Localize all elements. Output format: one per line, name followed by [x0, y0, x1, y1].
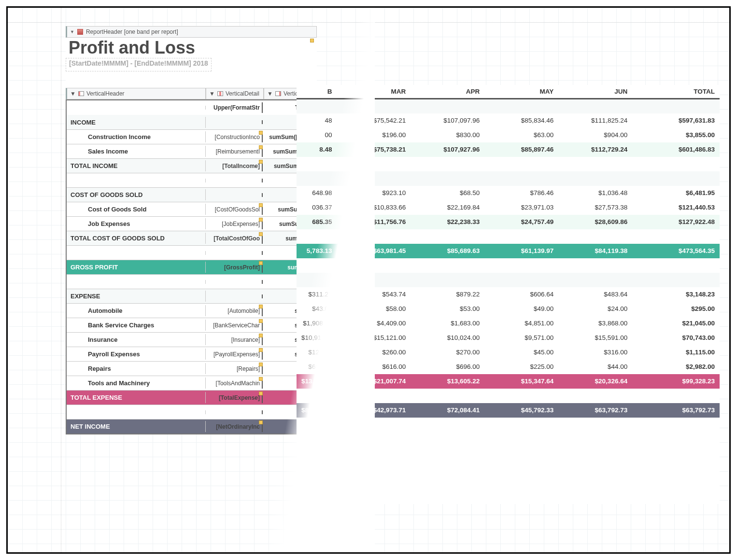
smart-tag-icon[interactable]	[259, 363, 263, 366]
row-label[interactable]: TOTAL INCOME	[67, 160, 206, 171]
smart-tag-icon[interactable]	[259, 203, 263, 207]
collapse-icon[interactable]: ▼	[267, 90, 273, 97]
row-expression[interactable]: [CostOfGoodsSol	[206, 204, 263, 215]
preview-cell: $483.64	[558, 287, 632, 302]
smart-tag-icon[interactable]	[259, 160, 263, 164]
preview-cell: $107,927.96	[411, 142, 484, 157]
preview-column-header: MAY	[484, 85, 558, 99]
row-expression[interactable]: [NetOrdinaryInc	[206, 421, 263, 432]
row-label[interactable]: GROSS PROFIT	[67, 262, 206, 273]
row-expression[interactable]: [ReimbursementI	[206, 146, 263, 157]
row-label[interactable]: Insurance	[67, 334, 206, 345]
preview-cell: $3,868.00	[558, 316, 632, 331]
preview-cell: $68.50	[411, 186, 484, 200]
preview-cell: $21,007.74	[337, 374, 411, 389]
row-expression[interactable]: [ToolsAndMachin	[206, 378, 263, 389]
smart-tag-icon[interactable]	[310, 39, 314, 42]
preview-cell: $75,542.21	[337, 113, 411, 128]
row-expression[interactable]: [Repairs]	[206, 364, 263, 374]
smart-tag-icon[interactable]	[259, 232, 263, 236]
preview-table: BMARAPRMAYJUNTOTAL 48$75,542.21$107,097.…	[297, 85, 720, 418]
preview-cell: $1,036.48	[558, 186, 632, 200]
preview-cell: $616.00	[337, 360, 411, 374]
row-expression[interactable]: [JobExpenses]	[206, 219, 263, 229]
row-label[interactable]: Bank Service Charges	[67, 320, 206, 331]
row-label[interactable]: COST OF GOODS SOLD	[67, 189, 206, 200]
smart-tag-icon[interactable]	[259, 131, 263, 135]
row-expression[interactable]: [Automobile]	[206, 306, 263, 316]
preview-cell: $127,922.48	[632, 215, 720, 229]
smart-tag-icon[interactable]	[259, 218, 263, 222]
row-label[interactable]: INCOME	[67, 117, 206, 128]
column-header-expr[interactable]: Upper(FormatStr	[206, 102, 263, 113]
collapse-icon[interactable]: ▼	[70, 29, 74, 34]
preview-cell: $27,573.38	[558, 200, 632, 215]
row-label[interactable]: Tools and Machinery	[67, 378, 206, 389]
row-expression[interactable]: [PayrollExpenses]	[206, 349, 263, 360]
crosstab-band-headers[interactable]: ▼ VerticalHeader ▼ VerticalDetail ▼ Vert…	[66, 88, 317, 99]
vertical-detail-icon	[217, 91, 223, 96]
preview-cell: $121,440.53	[632, 200, 720, 215]
report-designer-frame: ▼ ReportHeader [one band per report] Pro…	[6, 6, 731, 554]
preview-cell: $53.00	[411, 302, 484, 316]
preview-cell: 685.35	[297, 215, 337, 229]
smart-tag-icon[interactable]	[259, 305, 263, 308]
preview-cell: $10,833.66	[337, 200, 411, 215]
row-expression[interactable]: [TotalExpense]	[206, 392, 263, 403]
preview-cell: $311.27	[297, 287, 337, 302]
collapse-icon[interactable]: ▼	[70, 90, 76, 97]
preview-cell: $49.00	[484, 302, 558, 316]
preview-cell: $72,084.41	[411, 403, 484, 418]
smart-tag-icon[interactable]	[259, 377, 263, 381]
designer-surface[interactable]: ▼ ReportHeader [one band per report] Pro…	[66, 26, 317, 434]
row-expression[interactable]: [ConstructionInco	[206, 132, 263, 142]
smart-tag-icon[interactable]	[259, 420, 263, 424]
row-expression[interactable]: [GrossProfit]	[206, 262, 263, 273]
preview-cell: $4,409.00	[337, 316, 411, 331]
smart-tag-icon[interactable]	[259, 334, 263, 337]
smart-tag-icon[interactable]	[259, 261, 263, 265]
row-expression[interactable]	[206, 120, 263, 124]
preview-cell: $84,119.38	[558, 244, 632, 258]
smart-tag-icon[interactable]	[259, 319, 263, 323]
row-header-corner[interactable]	[67, 106, 206, 110]
row-label[interactable]: EXPENSE	[67, 291, 206, 302]
row-label[interactable]: Construction Income	[67, 131, 206, 142]
row-label[interactable]: NET INCOME	[67, 421, 206, 432]
row-label[interactable]: Payroll Expenses	[67, 349, 206, 360]
smart-tag-icon[interactable]	[259, 348, 263, 352]
row-label[interactable]: Automobile	[67, 305, 206, 316]
preview-cell: $63,981.45	[337, 244, 411, 258]
row-label[interactable]: Cost of Goods Sold	[67, 204, 206, 215]
smart-tag-icon[interactable]	[259, 392, 263, 395]
row-expression[interactable]	[206, 193, 263, 197]
row-label[interactable]: TOTAL COST OF GOODS SOLD	[67, 233, 206, 244]
preview-cell: $1,115.00	[632, 345, 720, 360]
preview-cell: $63,792.73	[632, 403, 720, 418]
crosstab-table[interactable]: Upper(FormatStr TOTAL INCOMEConstruction…	[66, 99, 317, 434]
preview-cell: $15,591.00	[558, 331, 632, 345]
title-label[interactable]: Profit and Loss	[66, 38, 317, 58]
preview-cell: $112,729.24	[558, 142, 632, 157]
row-label[interactable]: Repairs	[67, 363, 206, 374]
row-expression[interactable]: [TotalIncome]	[206, 161, 263, 171]
preview-cell: $879.22	[411, 287, 484, 302]
band-report-header[interactable]: ▼ ReportHeader [one band per report]	[66, 26, 317, 38]
row-expression[interactable]: [Insurance]	[206, 335, 263, 345]
row-expression[interactable]	[206, 294, 263, 298]
preview-cell: $42,973.71	[337, 403, 411, 418]
preview-cell: $45,792.33	[484, 403, 558, 418]
preview-cell: $22,169.84	[411, 200, 484, 215]
preview-column-header: APR	[411, 85, 484, 99]
preview-cell: $696.00	[411, 360, 484, 374]
row-expression[interactable]: [TotalCostOfGoo	[206, 233, 263, 244]
subtitle-label[interactable]: [StartDate!MMMM] - [EndDate!MMMM] 2018	[66, 58, 212, 71]
collapse-icon[interactable]: ▼	[209, 90, 215, 97]
preview-cell: $923.10	[337, 186, 411, 200]
row-label[interactable]: Sales Income	[67, 146, 206, 157]
row-expression[interactable]: [BankServiceChar	[206, 320, 263, 331]
row-label[interactable]: TOTAL EXPENSE	[67, 392, 206, 403]
smart-tag-icon[interactable]	[259, 145, 263, 149]
row-label[interactable]: Job Expenses	[67, 218, 206, 229]
preview-cell: $196.00	[337, 128, 411, 142]
